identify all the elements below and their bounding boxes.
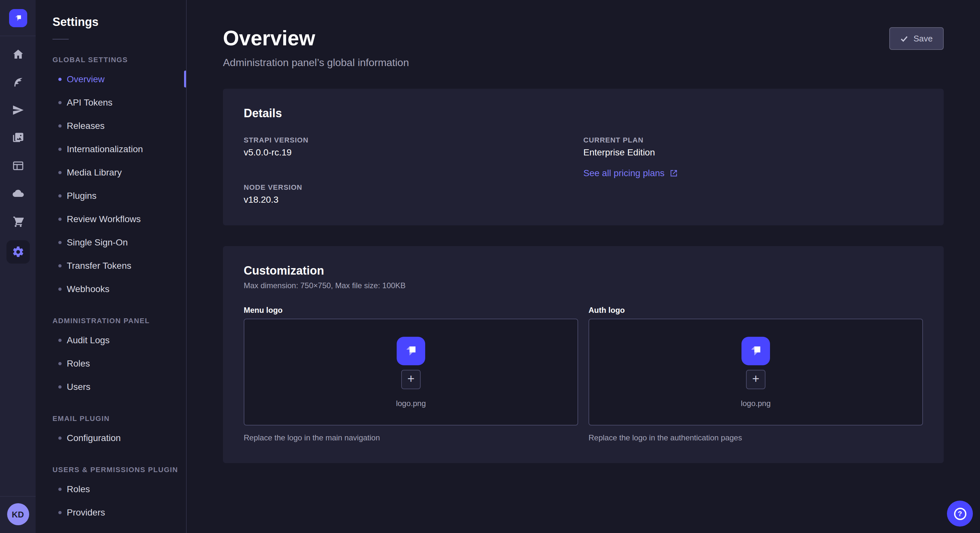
images-icon — [11, 132, 24, 144]
bullet-icon — [58, 511, 62, 514]
check-icon — [900, 35, 908, 43]
auth-logo-upload-box[interactable]: + logo.png — [589, 319, 923, 425]
settings-nav-item-plugins[interactable]: Plugins — [36, 184, 186, 207]
gear-rail-button[interactable] — [6, 240, 30, 263]
plus-icon: + — [752, 373, 759, 385]
nav-item-label: API Tokens — [67, 97, 113, 108]
settings-nav-item-releases[interactable]: Releases — [36, 114, 186, 137]
nav-list: Configuration — [36, 426, 186, 449]
current-plan-value: Enterprise Edition — [583, 147, 923, 157]
settings-nav-item-single-sign-on[interactable]: Single Sign-On — [36, 230, 186, 254]
feather-icon — [11, 76, 24, 89]
details-right-column: CURRENT PLAN Enterprise Edition See all … — [583, 136, 923, 205]
save-button[interactable]: Save — [889, 27, 944, 50]
details-left-column: STRAPI VERSION v5.0.0-rc.19 NODE VERSION… — [244, 136, 583, 205]
auth-logo-add-button[interactable]: + — [746, 370, 765, 389]
settings-nav-sections: GLOBAL SETTINGSOverviewAPI TokensRelease… — [36, 56, 186, 524]
nav-section-label: USERS & PERMISSIONS PLUGIN — [36, 466, 186, 473]
menu-logo-hint: Replace the logo in the main navigation — [244, 433, 578, 443]
nav-item-label: Configuration — [67, 433, 121, 443]
nav-section-administration-panel: ADMINISTRATION PANELAudit LogsRolesUsers — [36, 317, 186, 398]
settings-nav-item-api-tokens[interactable]: API Tokens — [36, 90, 186, 114]
logo-grid: Menu logo + logo.png Replace the logo — [244, 306, 923, 443]
external-link-icon — [670, 169, 678, 177]
home-rail-button[interactable] — [11, 48, 24, 61]
nav-item-label: Overview — [67, 74, 105, 84]
bullet-icon — [58, 217, 62, 220]
node-version-field: NODE VERSION v18.20.3 — [244, 183, 583, 205]
strapi-version-value: v5.0.0-rc.19 — [244, 147, 583, 157]
bullet-icon — [58, 171, 62, 174]
settings-nav-item-transfer-tokens[interactable]: Transfer Tokens — [36, 254, 186, 277]
bullet-icon — [58, 338, 62, 342]
settings-nav-item-webhooks[interactable]: Webhooks — [36, 277, 186, 300]
nav-item-label: Releases — [67, 121, 105, 131]
settings-nav-item-overview[interactable]: Overview — [36, 67, 186, 90]
page-subtitle: Administration panel’s global informatio… — [223, 57, 409, 69]
settings-nav-item-providers[interactable]: Providers — [36, 501, 186, 524]
layout-icon — [11, 159, 24, 172]
cart-rail-button[interactable] — [11, 215, 24, 228]
paper-plane-rail-button[interactable] — [11, 104, 24, 117]
customization-card-subtitle: Max dimension: 750×750, Max file size: 1… — [244, 281, 923, 290]
nav-item-label: Plugins — [67, 190, 97, 201]
bullet-icon — [58, 78, 62, 81]
help-button[interactable]: ? — [947, 501, 973, 527]
menu-logo-field: Menu logo + logo.png Replace the logo — [244, 306, 578, 443]
settings-nav-item-audit-logs[interactable]: Audit Logs — [36, 328, 186, 352]
nav-item-label: Roles — [67, 358, 90, 368]
bullet-icon — [58, 287, 62, 290]
rail-bottom: KD — [0, 496, 36, 533]
menu-logo-preview — [397, 336, 425, 365]
active-indicator — [184, 71, 186, 87]
strapi-workspace-button[interactable] — [9, 9, 27, 27]
node-version-label: NODE VERSION — [244, 183, 583, 191]
menu-logo-filename: logo.png — [396, 399, 426, 408]
settings-nav-item-media-library[interactable]: Media Library — [36, 160, 186, 184]
save-button-label: Save — [913, 34, 933, 43]
pricing-plans-link-label: See all pricing plans — [583, 168, 665, 178]
strapi-version-label: STRAPI VERSION — [244, 136, 583, 144]
bullet-icon — [58, 264, 62, 267]
images-rail-button[interactable] — [11, 132, 24, 144]
settings-nav-item-internationalization[interactable]: Internationalization — [36, 137, 186, 160]
settings-nav-item-configuration[interactable]: Configuration — [36, 426, 186, 449]
cloud-rail-button[interactable] — [11, 187, 24, 200]
paper-plane-icon — [11, 104, 24, 117]
auth-logo-preview — [741, 336, 770, 365]
settings-nav-item-roles[interactable]: Roles — [36, 477, 186, 501]
nav-item-label: Review Workflows — [67, 214, 141, 224]
menu-logo-upload-box[interactable]: + logo.png — [244, 319, 578, 425]
rail-bottom-divider — [0, 496, 36, 497]
nav-item-label: Providers — [67, 507, 105, 517]
strapi-logo-icon — [747, 342, 764, 359]
auth-logo-hint: Replace the logo in the authentication p… — [589, 433, 923, 443]
bullet-icon — [58, 362, 62, 365]
current-plan-field: CURRENT PLAN Enterprise Edition — [583, 136, 923, 157]
bullet-icon — [58, 148, 62, 151]
nav-item-label: Users — [67, 381, 91, 392]
main-nav-rail: KD — [0, 0, 36, 533]
title-rule — [52, 39, 69, 40]
settings-nav-item-review-workflows[interactable]: Review Workflows — [36, 207, 186, 230]
menu-logo-add-button[interactable]: + — [401, 370, 421, 389]
home-icon — [11, 48, 24, 61]
nav-list: OverviewAPI TokensReleasesInternationali… — [36, 67, 186, 300]
settings-subnav: Settings GLOBAL SETTINGSOverviewAPI Toke… — [36, 0, 187, 533]
nav-item-label: Single Sign-On — [67, 237, 128, 247]
settings-nav-item-users[interactable]: Users — [36, 375, 186, 398]
nav-item-label: Internationalization — [67, 144, 143, 154]
feather-rail-button[interactable] — [11, 76, 24, 89]
gear-icon — [11, 246, 24, 259]
user-avatar[interactable]: KD — [7, 503, 29, 525]
pricing-plans-link[interactable]: See all pricing plans — [583, 168, 678, 178]
details-card: Details STRAPI VERSION v5.0.0-rc.19 NODE… — [223, 89, 944, 225]
auth-logo-field: Auth logo + logo.png Replace the logo — [589, 306, 923, 443]
bullet-icon — [58, 385, 62, 388]
nav-item-label: Audit Logs — [67, 335, 110, 345]
settings-nav-item-roles[interactable]: Roles — [36, 352, 186, 375]
nav-item-label: Transfer Tokens — [67, 260, 131, 271]
cloud-icon — [11, 187, 24, 200]
bullet-icon — [58, 487, 62, 490]
layout-rail-button[interactable] — [11, 159, 24, 172]
